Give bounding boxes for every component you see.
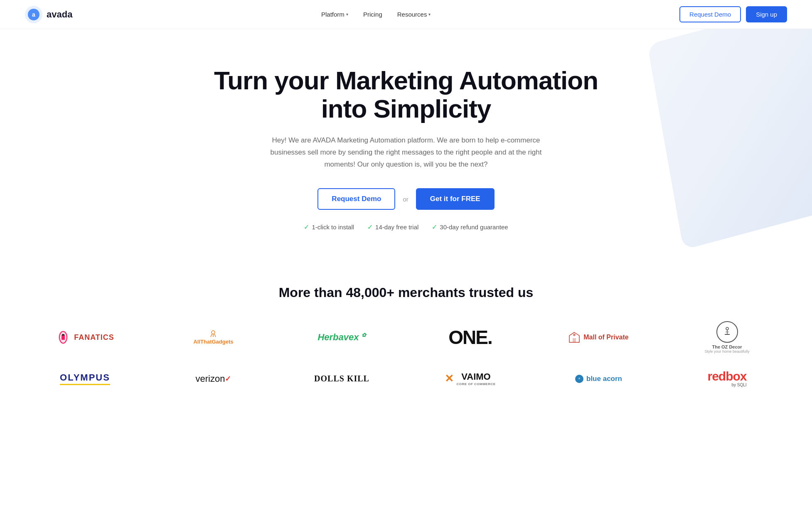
check-icon: ✓ [304,223,309,231]
allthat-text: AllThatGadgets [193,339,233,345]
verizon-logo: verizon✓ [196,373,231,384]
list-item: verizon✓ [180,373,247,384]
dollskill-logo: DOLLS KILL [314,374,369,383]
list-item: Mall of Private [566,332,632,343]
hero-section: Turn your Marketing Automation into Simp… [0,29,812,256]
hero-or-text: or [403,196,408,203]
mall-text: Mall of Private [583,334,628,341]
redbox-logo: redbox by SQLI [707,370,746,387]
list-item: redbox by SQLI [694,370,760,387]
olympus-logo: OLYMPUS [60,372,110,385]
herbavex-sup: ✿ [362,332,366,338]
svg-point-12 [726,327,728,330]
hero-title: Turn your Marketing Automation into Simp… [198,66,614,123]
list-item: OLYMPUS [52,372,118,385]
svg-rect-10 [573,338,576,342]
check-icon: ✓ [367,223,373,231]
svg-line-7 [214,334,216,337]
list-item: DOLLS KILL [309,374,375,383]
redbox-text: redbox [707,370,746,383]
navigation: a avada Platform ▾ Pricing Resources ▾ R… [0,0,812,29]
verizon-text: verizon [196,373,225,384]
ozdecor-logo: The OZ Decor Style your home beautifully [704,321,749,354]
list-item: The OZ Decor Style your home beautifully [694,321,760,354]
nav-links: Platform ▾ Pricing Resources ▾ [315,7,436,21]
vaimo-x-icon: ✕ [445,372,454,385]
nav-pricing[interactable]: Pricing [357,7,388,21]
nav-platform[interactable]: Platform ▾ [315,7,354,21]
chevron-down-icon: ▾ [346,12,348,17]
list-item: Herbavex ✿ [309,332,375,343]
svg-point-5 [212,331,215,334]
fanatics-text: FANATICS [74,333,114,342]
svg-text:a: a [32,11,35,18]
verizon-check-icon: ✓ [225,374,231,383]
hero-subtitle: Hey! We are AVADA Marketing Automation p… [256,135,556,171]
hero-content: Turn your Marketing Automation into Simp… [25,66,787,231]
hero-request-demo-button[interactable]: Request Demo [317,188,395,210]
check-icon: ✓ [432,223,437,231]
herbavex-logo: Herbavex ✿ [317,332,366,343]
svg-point-11 [573,334,576,336]
ozdecor-text: The OZ Decor [712,344,742,349]
nav-request-demo-button[interactable]: Request Demo [679,6,741,22]
allthatgadgets-logo: AllThatGadgets [193,330,233,345]
ozdecor-circle [716,321,738,343]
logo-text: avada [47,9,72,20]
decor-icon [721,326,733,338]
logos-row-1: FANATICS AllThatGadgets Herbavex ✿ [25,321,787,354]
hero-badge-install: ✓ 1-click to install [304,223,354,231]
chevron-down-icon: ▾ [428,12,431,17]
hero-badge-trial: ✓ 14-day free trial [367,223,418,231]
list-item: ONE. [437,326,504,349]
redbox-sub: by SQLI [731,383,746,387]
acorn-shape [577,376,582,381]
list-item: AllThatGadgets [180,330,247,345]
trusted-title: More than 48,000+ merchants trusted us [25,285,787,300]
hero-badges: ✓ 1-click to install ✓ 14-day free trial… [25,223,787,231]
nav-actions: Request Demo Sign up [679,6,787,22]
ozdecor-tagline: Style your home beautifully [704,349,749,354]
logos-row-2: OLYMPUS verizon✓ DOLLS KILL ✕ VAIMO CORE… [25,370,787,387]
list-item: blue acorn [566,375,632,383]
fanatics-logo: FANATICS [56,330,114,345]
svg-line-6 [211,334,212,337]
vaimo-text: VAIMO [461,371,490,382]
nav-resources[interactable]: Resources ▾ [391,7,437,21]
herbavex-text: Herbavex [317,332,359,342]
hero-get-free-button[interactable]: Get it for FREE [416,188,495,210]
svg-point-17 [578,378,580,379]
list-item: FANATICS [52,330,118,345]
list-item: ✕ VAIMO CORE OF COMMERCE [437,371,504,386]
gadgets-icon [207,330,219,339]
vaimo-subtitle: CORE OF COMMERCE [456,382,495,386]
mall-icon [568,332,580,343]
blueacorn-logo: blue acorn [575,375,622,383]
trusted-section: More than 48,000+ merchants trusted us F… [0,256,812,429]
hero-badge-refund: ✓ 30-day refund guarantee [432,223,508,231]
vaimo-logo: ✕ VAIMO CORE OF COMMERCE [445,371,495,386]
one-logo: ONE. [448,326,492,349]
hero-cta: Request Demo or Get it for FREE [25,188,787,210]
acorn-icon [575,375,583,383]
mallofprivate-logo: Mall of Private [568,332,628,343]
svg-rect-4 [62,334,64,336]
nav-signup-button[interactable]: Sign up [746,6,787,22]
logo[interactable]: a avada [25,6,72,23]
